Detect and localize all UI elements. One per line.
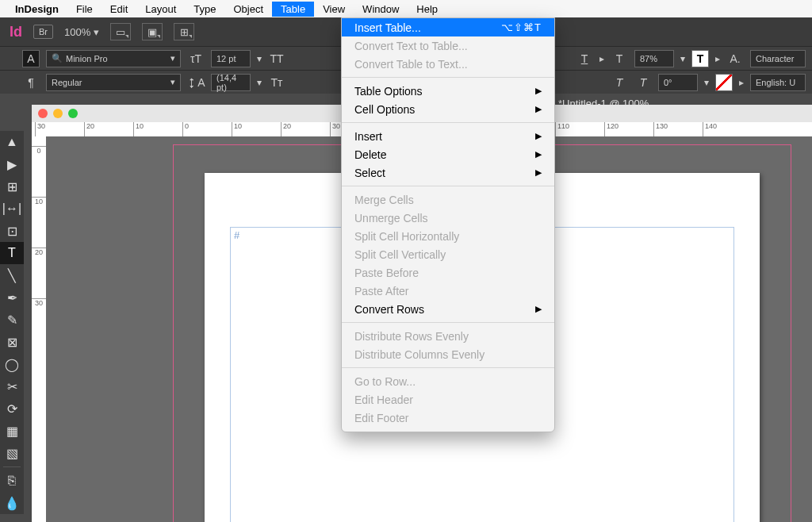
menu-type[interactable]: Type: [185, 2, 224, 17]
ruler-tick: 10: [32, 197, 46, 205]
gap-tool-icon[interactable]: |↔|: [0, 198, 24, 220]
language-field[interactable]: English: U: [750, 74, 806, 91]
menu-edit[interactable]: Edit: [102, 2, 136, 17]
menu-view[interactable]: View: [314, 2, 354, 17]
arrange-icon[interactable]: ⊞: [174, 23, 194, 40]
tools-panel: ▲ ▶ ⊞ |↔| ⊡ T ╲ ✒ ✎ ⊠ ◯ ✂ ⟳ ▦ ▧ ⎘ 💧: [0, 131, 24, 514]
font-family-field[interactable]: 🔍Minion Pro▾: [46, 50, 181, 67]
menu-item-insert[interactable]: Insert▶: [342, 127, 554, 145]
menu-item-insert-table[interactable]: Insert Table...⌥⇧⌘T: [342, 18, 554, 36]
free-transform-tool-icon[interactable]: ⟳: [0, 397, 24, 420]
character-panel-field[interactable]: Character: [750, 50, 806, 67]
submenu-arrow-icon: ▶: [535, 167, 542, 178]
menu-window[interactable]: Window: [354, 2, 408, 17]
ruler-tick: 120: [604, 122, 619, 136]
ruler-tick: 0: [32, 146, 46, 155]
ruler-tick: 130: [653, 122, 668, 136]
ruler-tick: 10: [133, 122, 144, 136]
menu-item-convert-text-to-table: Convert Text to Table...: [342, 36, 554, 55]
a-dot-icon: A.: [726, 50, 744, 67]
line-tool-icon[interactable]: ╲: [0, 264, 24, 286]
rectangle-frame-tool-icon[interactable]: ⊠: [0, 331, 24, 353]
paragraph-format-icon[interactable]: ¶: [22, 74, 40, 91]
menu-item-unmerge-cells: Unmerge Cells: [342, 209, 554, 227]
app-menu[interactable]: InDesign: [6, 2, 67, 17]
horizontal-scale-icon: T: [611, 50, 628, 67]
italic-t-icon[interactable]: T: [611, 74, 628, 91]
menu-item-edit-footer: Edit Footer: [342, 409, 554, 427]
menu-item-paste-after: Paste After: [342, 282, 554, 300]
ellipse-tool-icon[interactable]: ◯: [0, 353, 24, 375]
rotation-field[interactable]: 0°: [658, 74, 698, 91]
menu-item-convert-table-to-text: Convert Table to Text...: [342, 55, 554, 73]
menu-file[interactable]: File: [67, 2, 102, 17]
ruler-tick: 30: [35, 122, 45, 136]
menu-item-delete[interactable]: Delete▶: [342, 145, 554, 163]
menu-item-table-options[interactable]: Table Options▶: [342, 82, 554, 100]
submenu-arrow-icon: ▶: [535, 149, 542, 159]
submenu-arrow-icon: ▶: [535, 304, 542, 314]
ruler-tick: 20: [84, 122, 94, 136]
menu-item-paste-before: Paste Before: [342, 263, 554, 282]
menu-item-split-cell-horizontally: Split Cell Horizontally: [342, 227, 554, 245]
menu-item-distribute-rows-evenly: Distribute Rows Evenly: [342, 327, 554, 345]
ruler-tick: 110: [555, 122, 569, 136]
menu-item-merge-cells: Merge Cells: [342, 190, 554, 209]
font-style-field[interactable]: Regular▾: [46, 74, 181, 91]
no-fill-icon[interactable]: [715, 74, 733, 91]
ruler-tick: 20: [281, 122, 291, 136]
all-caps-icon[interactable]: TT: [268, 50, 285, 67]
page-tool-icon[interactable]: ⊞: [0, 175, 24, 198]
selection-tool-icon[interactable]: ▲: [0, 131, 24, 153]
horizontal-scale-field[interactable]: 87%: [634, 50, 674, 67]
menu-table[interactable]: Table: [272, 2, 314, 17]
note-tool-icon[interactable]: ⎘: [0, 470, 24, 492]
ruler-tick: 0: [182, 122, 189, 136]
macos-menubar: InDesign FileEditLayoutTypeObjectTableVi…: [0, 0, 812, 17]
type-tool-icon[interactable]: T: [0, 242, 24, 264]
menu-help[interactable]: Help: [408, 2, 446, 17]
gradient-feather-tool-icon[interactable]: ▧: [0, 442, 24, 464]
character-format-icon[interactable]: A: [22, 50, 40, 67]
type-tool-t-icon[interactable]: T: [576, 50, 593, 67]
direct-selection-tool-icon[interactable]: ▶: [0, 153, 24, 175]
scissors-tool-icon[interactable]: ✂: [0, 375, 24, 397]
menu-layout[interactable]: Layout: [136, 2, 185, 17]
menu-item-select[interactable]: Select▶: [342, 163, 554, 182]
zoom-window-icon[interactable]: [68, 109, 78, 118]
menu-item-convert-rows[interactable]: Convert Rows▶: [342, 300, 554, 318]
submenu-arrow-icon: ▶: [535, 86, 542, 96]
minimize-window-icon[interactable]: [53, 109, 63, 118]
ruler-tick: 30: [32, 298, 46, 307]
indesign-logo-icon: Id: [10, 24, 22, 40]
pencil-tool-icon[interactable]: ✎: [0, 309, 24, 331]
submenu-arrow-icon: ▶: [535, 131, 542, 141]
bridge-icon[interactable]: Br: [33, 25, 53, 39]
table-menu-dropdown: Insert Table...⌥⇧⌘TConvert Text to Table…: [341, 17, 555, 432]
view-options-icon[interactable]: ▭: [110, 23, 131, 40]
ruler-tick: 140: [703, 122, 717, 136]
screen-mode-icon[interactable]: ▣: [142, 23, 163, 40]
ruler-tick: 20: [32, 248, 46, 256]
small-caps-icon[interactable]: Tт: [268, 74, 285, 91]
menu-item-edit-header: Edit Header: [342, 390, 554, 409]
eyedropper-tool-icon[interactable]: 💧: [0, 492, 24, 514]
zoom-level[interactable]: 100% ▾: [64, 26, 99, 38]
leading-field[interactable]: (14,4 pt): [211, 74, 251, 91]
bold-t-icon[interactable]: T: [691, 50, 709, 67]
menu-item-go-to-row: Go to Row...: [342, 372, 554, 390]
vertical-ruler[interactable]: 0102030: [32, 136, 46, 522]
menu-item-distribute-columns-evenly: Distribute Columns Evenly: [342, 345, 554, 363]
submenu-arrow-icon: ▶: [535, 104, 542, 114]
leading-icon: ⭥A: [187, 74, 205, 91]
menu-item-cell-options[interactable]: Cell Options▶: [342, 100, 554, 118]
close-window-icon[interactable]: [38, 109, 48, 118]
menu-object[interactable]: Object: [225, 2, 273, 17]
font-size-field[interactable]: 12 pt: [211, 50, 251, 67]
menu-item-split-cell-vertically: Split Cell Vertically: [342, 245, 554, 263]
text-cursor-mark: #: [234, 229, 239, 241]
shortcut-label: ⌥⇧⌘T: [501, 21, 542, 33]
content-collector-icon[interactable]: ⊡: [0, 220, 24, 242]
gradient-swatch-tool-icon[interactable]: ▦: [0, 420, 24, 442]
pen-tool-icon[interactable]: ✒: [0, 286, 24, 309]
